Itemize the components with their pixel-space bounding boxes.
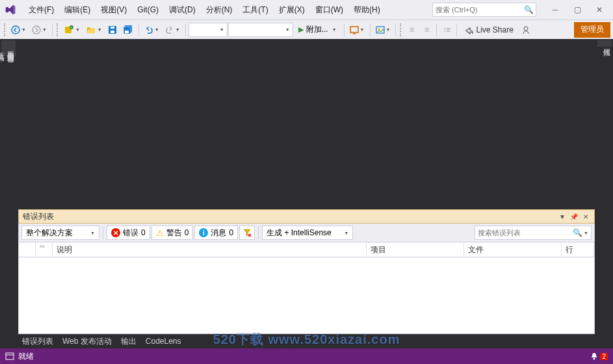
save-button[interactable]: [105, 22, 120, 38]
messages-filter-button[interactable]: i 消息 0: [194, 226, 238, 240]
search-icon[interactable]: 🔍: [573, 228, 582, 237]
menu-view[interactable]: 视图(V): [96, 0, 132, 20]
live-share-label: Live Share: [476, 25, 513, 34]
menu-bar: 文件(F) 编辑(E) 视图(V) Git(G) 调试(D) 分析(N) 工具(…: [0, 0, 613, 20]
platform-combo[interactable]: ▼: [228, 23, 293, 37]
info-icon: i: [199, 228, 208, 237]
menu-help[interactable]: 帮助(H): [348, 0, 385, 20]
col-code[interactable]: ⁹⁹: [36, 242, 53, 257]
toolbar-grip[interactable]: [4, 23, 7, 36]
bell-icon: [590, 352, 599, 361]
indent-left-button[interactable]: ≡: [404, 22, 419, 38]
side-tab-server-explorer[interactable]: 服务器资源管理器: [6, 43, 16, 53]
admin-button[interactable]: 管理员: [574, 22, 610, 38]
col-description[interactable]: 说明: [53, 242, 367, 257]
toolbar-grip[interactable]: [57, 23, 59, 36]
bottom-tool-tabs: 错误列表 Web 发布活动 输出 CodeLens: [18, 334, 595, 348]
share-icon: [464, 25, 473, 34]
tab-error-list[interactable]: 错误列表: [22, 336, 53, 347]
col-file[interactable]: 文件: [464, 242, 562, 257]
close-button[interactable]: ✕: [588, 0, 610, 20]
scope-combo[interactable]: 整个解决方案 ▼: [21, 226, 99, 240]
svg-point-13: [378, 28, 380, 30]
new-project-button[interactable]: +▼: [61, 22, 83, 38]
open-file-button[interactable]: ▼: [83, 22, 105, 38]
comment-button[interactable]: ⁝≡: [439, 22, 454, 38]
tab-web-publish[interactable]: Web 发布活动: [62, 336, 112, 347]
svg-point-1: [33, 26, 40, 34]
svg-rect-10: [125, 31, 129, 33]
window-controls: ─ ▢ ✕: [544, 0, 610, 20]
attach-debug-button[interactable]: ▶ 附加... ▼: [294, 22, 341, 38]
quick-search-box[interactable]: 🔍: [432, 3, 536, 17]
main-toolbar: ▼ ▼ +▼ ▼ ▼ ▼ ▼ ▼ ▶ 附加... ▼ ▼ ▼ ≡ ≡ ⁝≡ Li…: [0, 20, 613, 39]
svg-rect-17: [6, 353, 14, 359]
side-tab-toolbox[interactable]: 工具箱: [0, 45, 6, 52]
col-icon[interactable]: [19, 242, 36, 257]
minimize-button[interactable]: ─: [544, 0, 566, 20]
attach-label: 附加...: [306, 24, 328, 35]
build-filter-label: 生成 + IntelliSense: [267, 228, 332, 239]
main-document-area: 服务器资源管理器 工具箱 属性 错误列表 ▼ 📌 ✕ 整个解决方案 ▼ ✕ 错误…: [0, 39, 613, 348]
panel-pin-icon[interactable]: 📌: [569, 212, 579, 221]
menu-extensions[interactable]: 扩展(X): [274, 0, 310, 20]
indent-right-button[interactable]: ≡: [419, 22, 434, 38]
live-share-button[interactable]: Live Share: [460, 22, 517, 38]
svg-text:+: +: [70, 25, 72, 29]
feedback-button[interactable]: [519, 22, 533, 38]
messages-label: 消息: [211, 228, 226, 239]
menu-edit[interactable]: 编辑(E): [59, 0, 96, 20]
build-filter-combo[interactable]: 生成 + IntelliSense ▼: [262, 226, 353, 240]
vs-logo-icon: [3, 2, 18, 18]
error-icon: ✕: [111, 228, 120, 237]
toolbar-grip[interactable]: [400, 23, 402, 36]
warnings-filter-button[interactable]: ⚠ 警告 0: [151, 226, 194, 240]
errors-filter-button[interactable]: ✕ 错误 0: [107, 226, 150, 240]
filter-clear-icon: [242, 228, 252, 237]
notifications-button[interactable]: 2: [590, 352, 608, 361]
status-ready-label: 就绪: [18, 351, 34, 362]
messages-count: 0: [229, 228, 233, 237]
menu-analyze[interactable]: 分析(N): [201, 0, 238, 20]
menu-file[interactable]: 文件(F): [23, 0, 59, 20]
search-icon[interactable]: 🔍: [524, 5, 533, 14]
panel-close-icon[interactable]: ✕: [581, 212, 590, 221]
tab-output[interactable]: 输出: [121, 336, 137, 347]
menu-window[interactable]: 窗口(W): [310, 0, 348, 20]
panel-dropdown-icon[interactable]: ▼: [558, 212, 567, 221]
side-tab-properties[interactable]: 属性: [597, 43, 612, 44]
warnings-label: 警告: [166, 228, 182, 239]
errors-count: 0: [141, 228, 146, 237]
nav-back-button[interactable]: ▼: [8, 22, 29, 38]
svg-point-0: [12, 26, 20, 34]
browser-link-button[interactable]: ▼: [347, 22, 367, 38]
menu-git[interactable]: Git(G): [132, 0, 164, 20]
notif-count: 2: [600, 353, 608, 360]
undo-button[interactable]: ▼: [142, 22, 162, 38]
quick-search-input[interactable]: [436, 6, 524, 14]
config-combo[interactable]: ▼: [189, 23, 228, 37]
tab-codelens[interactable]: CodeLens: [146, 337, 181, 346]
status-bar: 就绪 2: [0, 348, 613, 364]
clear-filter-button[interactable]: [239, 226, 255, 240]
status-ready: 就绪: [5, 351, 34, 362]
nav-forward-button[interactable]: ▼: [29, 22, 49, 38]
error-grid-body[interactable]: [18, 257, 595, 334]
col-line[interactable]: 行: [562, 242, 594, 257]
left-side-tabs: 服务器资源管理器 工具箱: [1, 40, 16, 56]
image-button[interactable]: ▼: [373, 22, 393, 38]
save-all-button[interactable]: [120, 22, 136, 38]
error-list-search-input[interactable]: [478, 229, 573, 237]
window-icon: [5, 352, 14, 360]
scope-label: 整个解决方案: [26, 228, 73, 239]
error-list-titlebar[interactable]: 错误列表 ▼ 📌 ✕: [18, 209, 595, 224]
error-list-search[interactable]: 🔍 ▼: [475, 226, 592, 240]
col-project[interactable]: 项目: [367, 242, 464, 257]
warnings-count: 0: [185, 228, 189, 237]
svg-rect-11: [350, 27, 358, 32]
svg-rect-6: [111, 31, 114, 33]
maximize-button[interactable]: ▢: [566, 0, 588, 20]
redo-button[interactable]: ▼: [163, 22, 183, 38]
menu-debug[interactable]: 调试(D): [164, 0, 201, 20]
menu-tools[interactable]: 工具(T): [237, 0, 273, 20]
